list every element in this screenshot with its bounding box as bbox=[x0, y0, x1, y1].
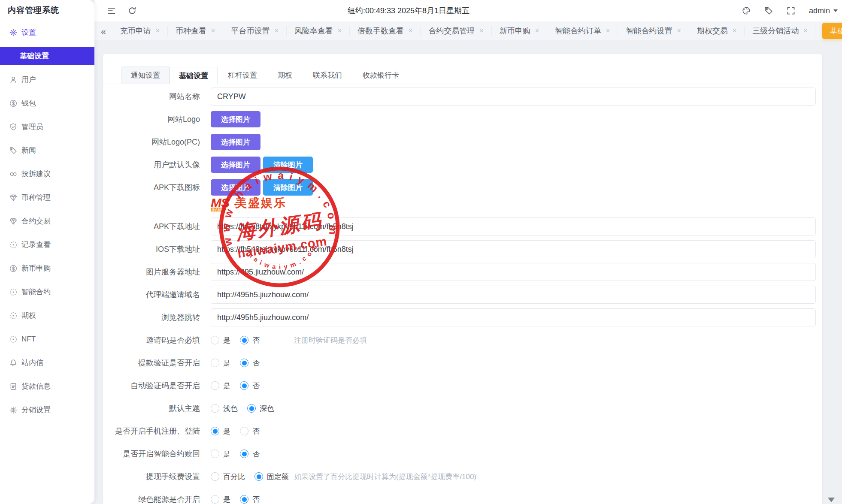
choose-image-button[interactable]: 选择图片 bbox=[211, 179, 260, 196]
radio-option[interactable]: 否 bbox=[240, 335, 260, 345]
sidebar-item[interactable]: 新闻 bbox=[0, 139, 94, 162]
open-tab[interactable]: 新币申购× bbox=[492, 26, 547, 36]
open-tab[interactable]: 合约交易管理× bbox=[421, 26, 491, 36]
radio-unselected-icon[interactable] bbox=[211, 495, 219, 504]
sidebar-item[interactable]: 设置 bbox=[0, 21, 94, 44]
text-input[interactable] bbox=[211, 240, 816, 258]
fullscreen-icon[interactable] bbox=[787, 6, 795, 15]
sidebar-item[interactable]: 用户 bbox=[0, 68, 94, 91]
sidebar-item[interactable]: 期权 bbox=[0, 304, 94, 327]
close-tab-icon[interactable]: × bbox=[733, 27, 736, 34]
radio-option[interactable]: 否 bbox=[240, 449, 260, 459]
radio-unselected-icon[interactable] bbox=[240, 427, 248, 435]
close-tab-icon[interactable]: × bbox=[606, 27, 610, 34]
open-tab[interactable]: 币种查看× bbox=[168, 26, 223, 36]
close-tab-icon[interactable]: × bbox=[803, 27, 807, 34]
sidebar-item[interactable]: 贷款信息 bbox=[0, 374, 94, 398]
choose-image-button[interactable]: 选择图片 bbox=[211, 134, 260, 150]
radio-option[interactable]: 是 bbox=[211, 426, 230, 436]
radio-option[interactable]: 否 bbox=[240, 426, 260, 436]
radio-selected-icon[interactable] bbox=[240, 450, 248, 458]
settings-tab[interactable]: 杠杆设置 bbox=[218, 66, 267, 84]
text-input[interactable] bbox=[211, 286, 816, 304]
open-tab[interactable]: 风险率查看× bbox=[287, 26, 350, 36]
close-tab-icon[interactable]: × bbox=[211, 27, 215, 34]
sidebar-item-label: 合约交易 bbox=[21, 216, 51, 226]
open-tab[interactable]: 倍数手数查看× bbox=[350, 26, 421, 36]
open-tab[interactable]: 期权交易× bbox=[689, 26, 745, 36]
radio-option[interactable]: 百分比 bbox=[211, 472, 245, 482]
settings-tab[interactable]: 通知设置 bbox=[121, 66, 170, 84]
sidebar-item[interactable]: 合约交易 bbox=[0, 209, 94, 233]
radio-option[interactable]: 是 bbox=[211, 495, 230, 504]
radio-option[interactable]: 是 bbox=[211, 358, 230, 368]
radio-option[interactable]: 固定额 bbox=[254, 472, 289, 482]
choose-image-button[interactable]: 选择图片 bbox=[211, 157, 260, 173]
close-tab-icon[interactable]: × bbox=[338, 27, 342, 34]
sidebar-item[interactable]: 钱包 bbox=[0, 91, 94, 115]
sidebar-item[interactable]: 管理员 bbox=[0, 115, 94, 139]
text-input[interactable] bbox=[211, 217, 816, 235]
radio-selected-icon[interactable] bbox=[240, 495, 248, 504]
open-tab[interactable]: 平台币设置× bbox=[223, 26, 286, 36]
settings-tab[interactable]: 联系我们 bbox=[303, 66, 352, 84]
tag-icon[interactable] bbox=[764, 6, 773, 15]
collapse-menu-icon[interactable] bbox=[107, 6, 116, 15]
close-tab-icon[interactable]: × bbox=[274, 27, 278, 34]
close-tab-icon[interactable]: × bbox=[409, 27, 412, 34]
clear-image-button[interactable]: 清除图片 bbox=[263, 179, 313, 196]
clear-image-button[interactable]: 清除图片 bbox=[263, 157, 313, 173]
radio-selected-icon[interactable] bbox=[240, 381, 248, 390]
sidebar-subitem-active[interactable]: 基础设置 bbox=[0, 47, 94, 65]
radio-selected-icon[interactable] bbox=[240, 359, 248, 367]
open-tab[interactable]: 三级分销活动× bbox=[745, 26, 815, 36]
radio-option[interactable]: 深色 bbox=[247, 404, 274, 413]
text-input[interactable] bbox=[211, 88, 816, 106]
sidebar-item[interactable]: 分销设置 bbox=[0, 398, 94, 422]
radio-selected-icon[interactable] bbox=[254, 472, 263, 481]
radio-option[interactable]: 是 bbox=[211, 381, 230, 391]
refresh-icon[interactable] bbox=[128, 6, 136, 15]
open-tab[interactable]: 充币申请× bbox=[112, 26, 168, 36]
radio-option[interactable]: 是 bbox=[211, 449, 230, 459]
sidebar-item[interactable]: 记录查看 bbox=[0, 233, 94, 257]
settings-tab[interactable]: 收款银行卡 bbox=[352, 66, 409, 84]
radio-unselected-icon[interactable] bbox=[211, 381, 219, 390]
close-tab-icon[interactable]: × bbox=[479, 27, 483, 34]
text-input[interactable] bbox=[211, 308, 816, 326]
radio-unselected-icon[interactable] bbox=[211, 336, 219, 344]
sidebar-item[interactable]: 新币申购 bbox=[0, 257, 94, 280]
sidebar-item[interactable]: 投拆建议 bbox=[0, 162, 94, 186]
radio-selected-icon[interactable] bbox=[211, 427, 219, 435]
radio-option[interactable]: 浅色 bbox=[211, 404, 238, 413]
user-menu[interactable]: admin bbox=[809, 6, 838, 15]
choose-image-button[interactable]: 选择图片 bbox=[211, 111, 260, 127]
open-tab[interactable]: 智能合约订单× bbox=[547, 26, 618, 36]
radio-unselected-icon[interactable] bbox=[211, 450, 219, 458]
open-tab-active[interactable]: 基础设置× bbox=[822, 23, 842, 39]
radio-option[interactable]: 否 bbox=[240, 495, 260, 504]
sidebar-item[interactable]: 站内信 bbox=[0, 351, 94, 374]
close-tab-icon[interactable]: × bbox=[677, 27, 681, 34]
settings-tab[interactable]: 期权 bbox=[267, 66, 303, 84]
radio-option[interactable]: 否 bbox=[240, 381, 260, 391]
text-input[interactable] bbox=[211, 263, 816, 281]
close-tab-icon[interactable]: × bbox=[535, 27, 539, 34]
form-label: 提款验证是否开启 bbox=[103, 358, 200, 368]
settings-tab-active[interactable]: 基础设置 bbox=[170, 67, 218, 84]
sidebar-item[interactable]: NFT bbox=[0, 327, 94, 351]
radio-option[interactable]: 是 bbox=[211, 335, 230, 345]
radio-unselected-icon[interactable] bbox=[211, 472, 219, 481]
sidebar-item[interactable]: 智能合约 bbox=[0, 280, 94, 304]
close-tab-icon[interactable]: × bbox=[156, 27, 160, 34]
radio-selected-icon[interactable] bbox=[247, 404, 256, 413]
radio-unselected-icon[interactable] bbox=[211, 359, 219, 367]
radio-unselected-icon[interactable] bbox=[211, 404, 219, 413]
form-row: 用户默认头像选择图片清除图片 bbox=[103, 156, 816, 174]
sidebar-item[interactable]: 币种管理 bbox=[0, 186, 94, 209]
radio-option[interactable]: 否 bbox=[240, 358, 260, 368]
radio-selected-icon[interactable] bbox=[240, 336, 248, 344]
tabs-scroll-left-icon[interactable]: « bbox=[94, 27, 112, 36]
open-tab[interactable]: 智能合约设置× bbox=[618, 26, 689, 36]
theme-palette-icon[interactable] bbox=[742, 6, 751, 15]
